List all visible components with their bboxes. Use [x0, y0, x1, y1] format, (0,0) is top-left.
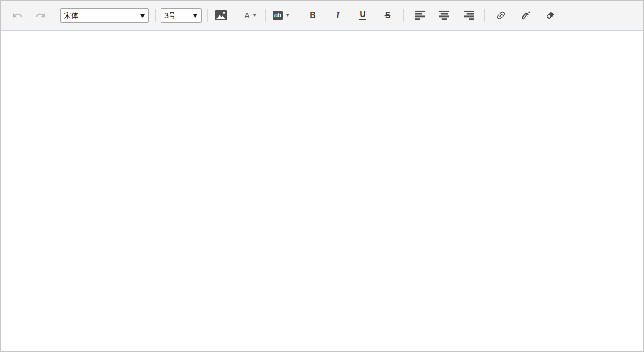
eraser-icon	[545, 10, 556, 21]
redo-icon	[35, 10, 46, 21]
insert-image-button[interactable]	[212, 7, 229, 24]
rich-text-editor: 宋体 3号 A	[0, 0, 644, 352]
editor-toolbar: 宋体 3号 A	[1, 1, 643, 31]
undo-icon	[12, 10, 23, 21]
undo-button[interactable]	[9, 7, 26, 24]
italic-button[interactable]: I	[329, 7, 346, 24]
toolbar-divider	[265, 9, 266, 22]
underline-label: U	[359, 10, 366, 20]
caret-down-icon	[286, 14, 290, 17]
font-color-button[interactable]: A	[240, 7, 261, 24]
caret-down-icon	[253, 14, 257, 17]
align-right-icon	[463, 10, 474, 20]
highlight-label: ab	[273, 11, 283, 20]
editor-content-area[interactable]	[1, 31, 643, 351]
strikethrough-button[interactable]: S	[379, 7, 396, 24]
toolbar-divider	[155, 9, 156, 22]
toolbar-divider	[235, 9, 235, 22]
brush-icon	[520, 10, 531, 21]
redo-button[interactable]	[32, 7, 49, 24]
font-color-label: A	[244, 11, 249, 19]
link-icon	[496, 10, 506, 21]
italic-label: I	[336, 11, 340, 20]
toolbar-divider	[403, 9, 404, 22]
format-brush-button[interactable]	[517, 7, 534, 24]
underline-button[interactable]: U	[354, 7, 371, 24]
image-icon	[215, 10, 227, 20]
bold-label: B	[310, 11, 316, 20]
strikethrough-label: S	[385, 11, 391, 20]
toolbar-divider	[484, 9, 485, 22]
font-family-select-wrap: 宋体	[60, 8, 149, 23]
toolbar-divider	[207, 9, 208, 22]
align-right-button[interactable]	[460, 7, 477, 24]
toolbar-divider	[298, 9, 298, 22]
toolbar-divider	[54, 9, 54, 22]
highlight-color-button[interactable]: ab	[271, 7, 292, 24]
bold-button[interactable]: B	[304, 7, 321, 24]
font-family-select[interactable]: 宋体	[60, 8, 149, 23]
align-center-icon	[439, 10, 450, 20]
align-left-button[interactable]	[411, 7, 428, 24]
font-size-select[interactable]: 3号	[161, 8, 202, 23]
eraser-button[interactable]	[541, 7, 558, 24]
font-size-select-wrap: 3号	[161, 8, 202, 23]
align-center-button[interactable]	[436, 7, 453, 24]
insert-link-button[interactable]	[492, 7, 509, 24]
align-left-icon	[414, 10, 425, 20]
